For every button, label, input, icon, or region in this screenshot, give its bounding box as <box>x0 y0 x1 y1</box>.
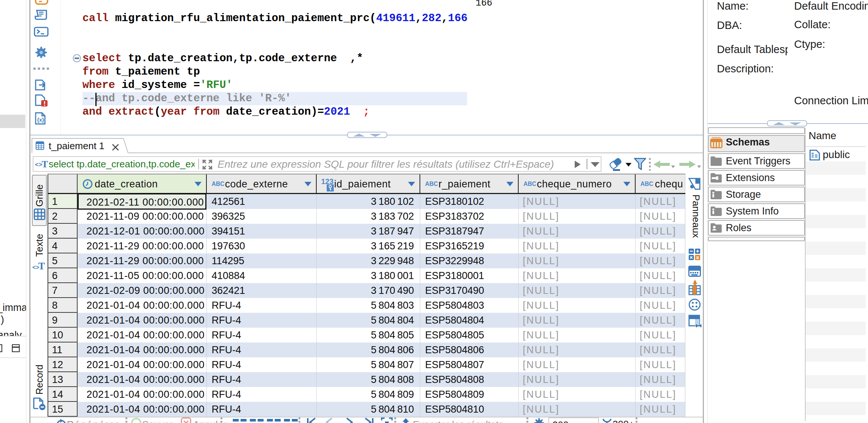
svg-text:{x}: {x} <box>37 117 44 123</box>
